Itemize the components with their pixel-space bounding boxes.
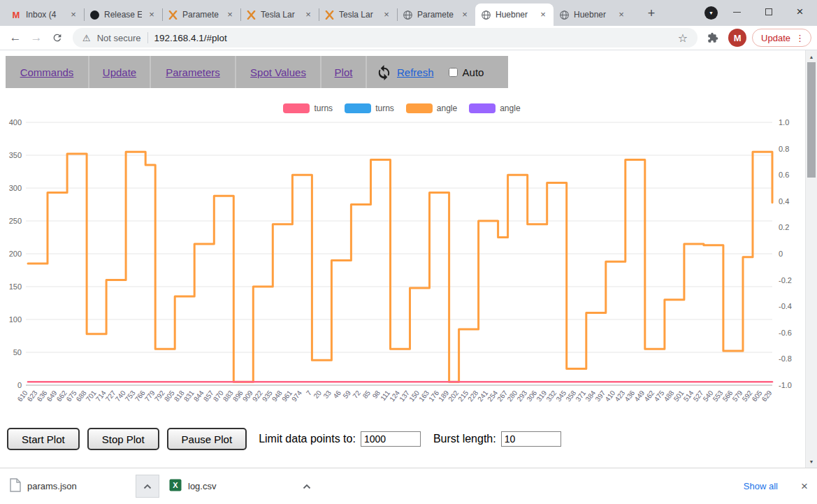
- scroll-up-arrow-icon[interactable]: ▲: [806, 51, 817, 62]
- series-lines: [28, 152, 772, 382]
- json-file-icon: [10, 478, 21, 495]
- site-nav-bar: Commands Update Parameters Spot Values P…: [6, 56, 508, 88]
- browser-tab-release[interactable]: Release E ×: [84, 3, 162, 26]
- omnibox-divider: [147, 32, 148, 43]
- browser-tab-huebner-active[interactable]: Huebner ×: [475, 3, 554, 26]
- limit-input[interactable]: [361, 431, 421, 447]
- svg-text:200: 200: [9, 250, 22, 258]
- excel-file-icon: X: [169, 479, 182, 494]
- svg-text:0: 0: [779, 250, 783, 258]
- stop-plot-button[interactable]: Stop Plot: [87, 428, 159, 450]
- nav-link-spot-values[interactable]: Spot Values: [250, 66, 306, 78]
- browser-tab-parameters-2[interactable]: Paramete ×: [397, 3, 475, 26]
- browser-tab-tesla-2[interactable]: Tesla Lar ×: [319, 3, 397, 26]
- coil-icon: [245, 9, 256, 20]
- nav-link-plot[interactable]: Plot: [335, 66, 353, 78]
- nav-cell: Update: [89, 56, 151, 88]
- nav-cell-refresh: Refresh Auto: [367, 56, 508, 88]
- coil-icon: [324, 9, 335, 20]
- svg-text:85: 85: [361, 389, 373, 400]
- auto-checkbox[interactable]: [449, 68, 458, 77]
- browser-window: { "browser": { "tabs": [ {"label": "Inbo…: [0, 0, 817, 504]
- browser-tab-tesla-1[interactable]: Tesla Lar ×: [240, 3, 319, 26]
- media-control-icon[interactable]: ▼: [704, 6, 718, 20]
- scroll-down-arrow-icon[interactable]: ▼: [806, 456, 817, 467]
- left-axis-labels: 050100150200250300350400: [9, 118, 22, 389]
- new-tab-button[interactable]: +: [643, 5, 660, 22]
- pause-plot-button[interactable]: Pause Plot: [167, 428, 247, 450]
- svg-text:-0.4: -0.4: [779, 302, 792, 310]
- minimize-button[interactable]: [721, 0, 753, 24]
- tab-close-icon[interactable]: ×: [146, 9, 157, 20]
- forward-icon[interactable]: →: [27, 28, 46, 48]
- download-item-log-csv[interactable]: X log.csv: [159, 468, 319, 504]
- nav-cell: Commands: [6, 56, 89, 88]
- maximize-button[interactable]: [753, 0, 784, 24]
- burst-label: Burst length:: [433, 433, 496, 445]
- close-button[interactable]: ×: [784, 0, 816, 24]
- tab-label: Tesla Lar: [261, 10, 298, 20]
- nav-cell: Plot: [321, 56, 367, 88]
- tab-close-icon[interactable]: ×: [459, 9, 470, 20]
- burst-input[interactable]: [501, 431, 561, 447]
- download-filename: params.json: [27, 481, 77, 491]
- reload-icon[interactable]: [48, 28, 67, 48]
- tab-label: Release E: [104, 10, 142, 20]
- kebab-menu-icon: ⋮: [795, 33, 804, 43]
- svg-text:250: 250: [9, 217, 22, 225]
- download-filename: log.csv: [188, 481, 216, 491]
- svg-text:100: 100: [9, 315, 22, 324]
- right-axis-labels: 1.00.80.60.40.20-0.2-0.4-0.6-0.8-1.0: [779, 118, 792, 389]
- url-omnibox[interactable]: ⚠ Not secure 192.168.4.1/#plot ☆: [73, 28, 697, 48]
- tab-label: Paramete: [182, 10, 220, 20]
- plot-chart: 0501001502002503003504001.00.80.60.40.20…: [0, 112, 804, 428]
- tab-close-icon[interactable]: ×: [303, 9, 314, 20]
- url-text[interactable]: 192.168.4.1/#plot: [154, 33, 672, 43]
- download-caret-icon[interactable]: [136, 475, 159, 498]
- tab-close-icon[interactable]: ×: [68, 9, 79, 20]
- svg-text:150: 150: [9, 282, 22, 291]
- svg-text:59: 59: [341, 389, 352, 400]
- scrollbar-thumb[interactable]: [807, 62, 816, 178]
- browser-tab-parameters-1[interactable]: Paramete ×: [162, 3, 240, 26]
- bookmark-star-icon[interactable]: ☆: [678, 31, 688, 45]
- not-secure-warning-icon: ⚠: [82, 33, 91, 43]
- tab-label: Inbox (4: [26, 10, 64, 20]
- tab-close-icon[interactable]: ×: [224, 9, 236, 20]
- security-label: Not secure: [97, 33, 141, 43]
- svg-text:50: 50: [13, 348, 22, 357]
- tab-close-icon[interactable]: ×: [381, 9, 392, 20]
- refresh-sync-icon[interactable]: [375, 64, 392, 80]
- download-caret-icon[interactable]: [295, 475, 319, 498]
- back-icon[interactable]: ←: [6, 28, 25, 48]
- svg-text:300: 300: [9, 184, 22, 192]
- browser-tab-strip: M Inbox (4 × Release E × Paramete × Tesl…: [0, 0, 817, 26]
- gridlines: [26, 122, 772, 385]
- github-icon: [89, 9, 100, 20]
- refresh-link[interactable]: Refresh: [397, 66, 434, 78]
- limit-label: Limit data points to:: [259, 433, 356, 445]
- browser-tab-inbox[interactable]: M Inbox (4 ×: [6, 3, 84, 26]
- tab-close-icon[interactable]: ×: [616, 9, 627, 20]
- nav-link-parameters[interactable]: Parameters: [166, 66, 220, 78]
- svg-text:0.4: 0.4: [779, 197, 789, 206]
- svg-text:X: X: [173, 481, 178, 489]
- svg-text:400: 400: [9, 118, 22, 127]
- vertical-scrollbar[interactable]: ▲ ▼: [805, 50, 817, 468]
- svg-text:33: 33: [321, 389, 333, 400]
- svg-text:-0.2: -0.2: [779, 276, 792, 285]
- download-item-params-json[interactable]: params.json: [0, 468, 159, 504]
- svg-text:-1.0: -1.0: [779, 381, 792, 389]
- downloads-bar-close-icon[interactable]: ×: [801, 480, 808, 494]
- nav-link-update[interactable]: Update: [103, 66, 136, 78]
- show-all-downloads-link[interactable]: Show all: [744, 481, 778, 491]
- x-axis-labels: 6106236366496626756887017147277407537667…: [16, 389, 774, 403]
- browser-tab-huebner-2[interactable]: Huebner ×: [554, 3, 632, 26]
- profile-avatar[interactable]: M: [728, 29, 746, 47]
- nav-link-commands[interactable]: Commands: [20, 66, 74, 78]
- start-plot-button[interactable]: Start Plot: [7, 428, 80, 450]
- tab-label: Huebner: [496, 10, 533, 20]
- chrome-update-button[interactable]: Update ⋮: [752, 29, 811, 47]
- extensions-puzzle-icon[interactable]: [703, 28, 723, 48]
- tab-close-icon[interactable]: ×: [537, 9, 549, 20]
